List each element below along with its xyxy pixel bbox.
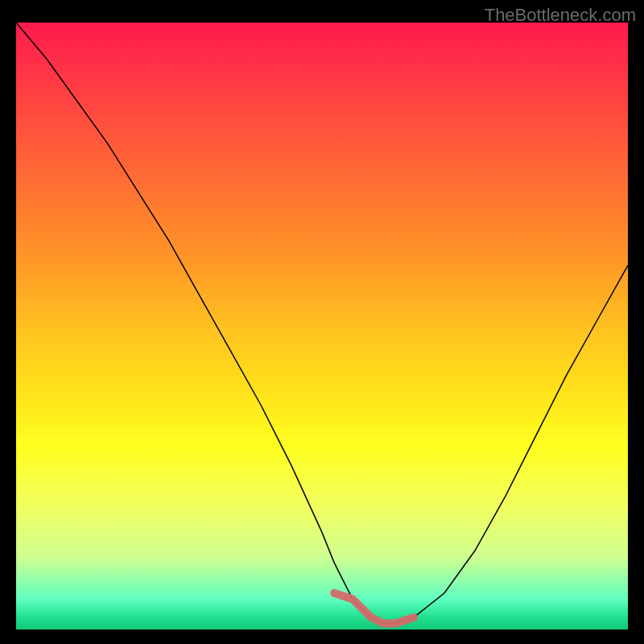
- highlight-segment: [334, 593, 414, 624]
- plot-area: [16, 23, 628, 630]
- chart-svg: [16, 23, 628, 630]
- watermark-text: TheBottleneck.com: [485, 5, 636, 26]
- bottleneck-curve: [16, 23, 628, 624]
